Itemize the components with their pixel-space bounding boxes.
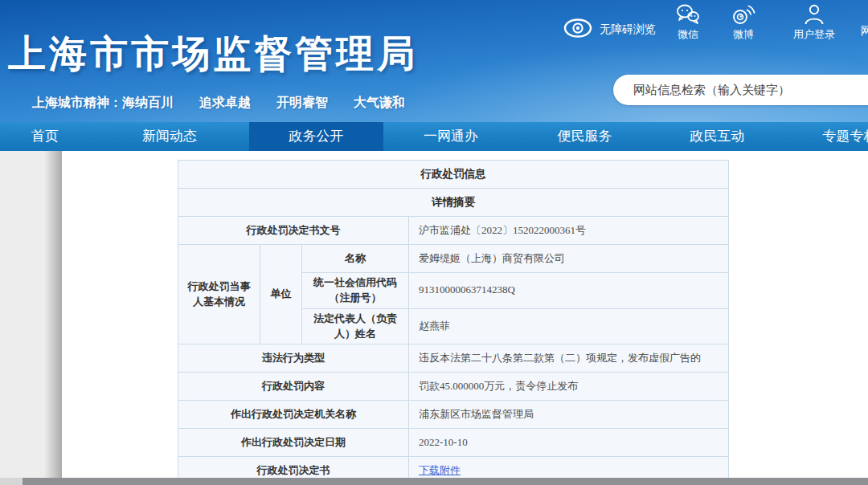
wechat-icon xyxy=(662,3,714,26)
name-value: 爱姆缇姬（上海）商贸有限公司 xyxy=(409,245,729,273)
search-placeholder: 网站信息检索（输入关键字） xyxy=(633,83,790,98)
legal-rep-value: 赵燕菲 xyxy=(409,308,729,344)
table-row: 行政处罚决定书文号 沪市监浦处〔2022〕152022000361号 xyxy=(178,217,729,245)
main-nav: 首页 新闻动态 政务公开 一网通办 便民服务 政民互动 专题专栏 xyxy=(0,122,868,151)
violation-type-label: 违法行为类型 xyxy=(178,344,409,373)
decision-date-label: 作出行政处罚决定日期 xyxy=(178,429,409,457)
credit-code-value: 91310000063714238Q xyxy=(409,273,729,309)
table-subtitle: 详情摘要 xyxy=(178,189,729,217)
penalty-info-table: 行政处罚信息 详情摘要 行政处罚决定书文号 沪市监浦处〔2022〕1520220… xyxy=(178,160,729,485)
table-row: 行政处罚当事人基本情况 单位 名称 爱姆缇姬（上海）商贸有限公司 xyxy=(178,245,729,273)
horizontal-scrollbar-thumb[interactable] xyxy=(23,478,868,485)
penalty-content-label: 行政处罚内容 xyxy=(178,373,409,401)
nav-item-news[interactable]: 新闻动态 xyxy=(90,122,249,151)
violation-type-value: 违反本法第二十八条第二款第（二）项规定，发布虚假广告的 xyxy=(409,344,729,373)
decision-date-value: 2022-10-10 xyxy=(409,429,729,457)
weibo-link[interactable]: 微博 xyxy=(718,3,769,42)
accessibility-link[interactable]: 无障碍浏览 xyxy=(563,18,656,41)
user-login-label: 用户登录 xyxy=(793,28,835,40)
penalty-content-value: 罚款45.000000万元，责令停止发布 xyxy=(409,373,729,401)
nav-item-one-stop[interactable]: 一网通办 xyxy=(383,122,518,151)
table-title: 行政处罚信息 xyxy=(178,161,729,189)
user-login-link[interactable]: 用户登录 xyxy=(788,3,840,42)
table-row: 作出行政处罚决定日期 2022-10-10 xyxy=(178,429,729,457)
name-label: 名称 xyxy=(302,245,409,273)
table-row: 行政处罚信息 xyxy=(178,161,729,189)
credit-code-label: 统一社会信用代码（注册号） xyxy=(302,273,409,309)
page: 上海市市场监督管理局 上海城市精神：海纳百川 追求卓越 开明睿智 大气谦和 无障… xyxy=(0,0,868,485)
legal-rep-label: 法定代表人（负责人）姓名 xyxy=(302,308,409,344)
nav-item-topics[interactable]: 专题专栏 xyxy=(784,122,868,151)
doc-no-label: 行政处罚决定书文号 xyxy=(178,217,409,245)
nav-item-interaction[interactable]: 政民互动 xyxy=(651,122,784,151)
table-row: 行政处罚内容 罚款45.000000万元，责令停止发布 xyxy=(178,373,729,401)
eye-icon xyxy=(563,18,593,41)
weibo-label: 微博 xyxy=(733,28,754,40)
table-row: 作出行政处罚决定机关名称 浦东新区市场监督管理局 xyxy=(178,401,729,429)
authority-value: 浦东新区市场监督管理局 xyxy=(409,401,729,429)
authority-label: 作出行政处罚决定机关名称 xyxy=(178,401,409,429)
nav-item-services[interactable]: 便民服务 xyxy=(518,122,651,151)
city-spirit-slogan: 上海城市精神：海纳百川 追求卓越 开明睿智 大气谦和 xyxy=(32,95,405,112)
nav-item-home[interactable]: 首页 xyxy=(0,122,90,151)
weibo-icon xyxy=(718,3,769,26)
doc-no-value: 沪市监浦处〔2022〕152022000361号 xyxy=(409,217,729,245)
party-basic-info-label: 行政处罚当事人基本情况 xyxy=(178,245,260,344)
site-title: 上海市市场监督管理局 xyxy=(8,29,418,79)
wechat-label: 微信 xyxy=(678,28,698,40)
party-type-label: 单位 xyxy=(260,245,302,344)
site-header: 上海市市场监督管理局 上海城市精神：海纳百川 追求卓越 开明睿智 大气谦和 无障… xyxy=(0,0,868,122)
content-left-shadow xyxy=(44,151,62,478)
clipped-utility-link[interactable]: 网 xyxy=(861,24,868,39)
accessibility-label: 无障碍浏览 xyxy=(600,22,656,37)
user-icon xyxy=(788,3,840,26)
wechat-link[interactable]: 微信 xyxy=(662,3,714,42)
table-row: 违法行为类型 违反本法第二十八条第二款第（二）项规定，发布虚假广告的 xyxy=(178,344,729,373)
horizontal-scrollbar-track[interactable] xyxy=(0,478,868,485)
table-row: 详情摘要 xyxy=(178,189,729,217)
download-attachment-link[interactable]: 下载附件 xyxy=(419,464,461,476)
nav-item-gov-disclosure[interactable]: 政务公开 xyxy=(249,122,383,151)
site-search-input[interactable]: 网站信息检索（输入关键字） xyxy=(613,75,868,105)
